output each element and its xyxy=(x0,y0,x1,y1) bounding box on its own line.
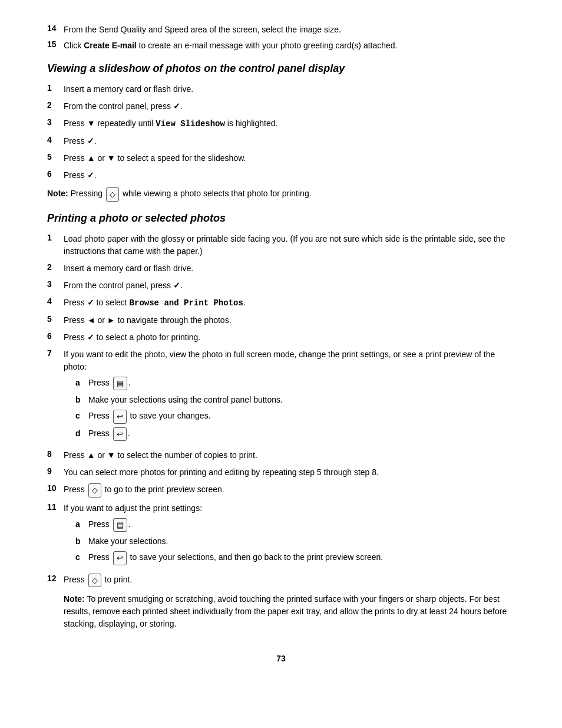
s2-item-11c: c Press ↩ to save your selections, and t… xyxy=(75,551,515,565)
item-number: 3 xyxy=(47,279,64,289)
item-number: 12 xyxy=(47,574,64,583)
s2-item-9: 9 You can select more photos for printin… xyxy=(47,466,515,479)
code-text: View Slideshow xyxy=(156,119,225,129)
item-number: 1 xyxy=(47,233,64,242)
s2-item-11b: b Make your selections. xyxy=(75,535,515,548)
s1-item-6: 6 Press ✓. xyxy=(47,169,515,182)
section2-note: Note: To prevent smudging or scratching,… xyxy=(64,593,515,630)
item-number: 2 xyxy=(47,100,64,110)
checkmark-icon: ✓ xyxy=(173,101,180,111)
menu-icon-button: ▤ xyxy=(113,518,127,532)
s2-item-3: 3 From the control panel, press ✓. xyxy=(47,279,515,292)
section2-title: Printing a photo or selected photos xyxy=(47,212,515,225)
sub-letter: d xyxy=(75,427,88,440)
item-text: Press ✓. xyxy=(64,169,515,182)
intro-item-15: 15 Click Create E-mail to create an e-ma… xyxy=(47,39,515,52)
code-text: Browse and Print Photos xyxy=(130,298,243,308)
back-icon-button: ↩ xyxy=(113,427,127,442)
item-text: Press ↩ to save your selections, and the… xyxy=(88,551,515,565)
print-icon-button: ◇ xyxy=(88,483,101,498)
item-number: 6 xyxy=(47,331,64,341)
item-number: 2 xyxy=(47,262,64,272)
item-number: 5 xyxy=(47,152,64,162)
item-text: Press ↩ to save your changes. xyxy=(88,410,515,424)
section2: Printing a photo or selected photos 1 Lo… xyxy=(47,212,515,631)
item-text: Press ▲ or ▼ to select the number of cop… xyxy=(64,449,515,462)
item-text: Click Create E-mail to create an e-mail … xyxy=(64,39,515,52)
sub-letter: c xyxy=(75,551,88,564)
item-number: 11 xyxy=(47,502,64,512)
page-content: 14 From the Send Quality and Speed area … xyxy=(47,24,515,663)
checkmark-icon: ✓ xyxy=(87,332,94,342)
s2-item-2: 2 Insert a memory card or flash drive. xyxy=(47,262,515,275)
checkmark-icon: ✓ xyxy=(87,136,94,146)
item-text: Make your selections. xyxy=(88,535,515,548)
item-number: 3 xyxy=(47,117,64,127)
note-label: Note: xyxy=(64,594,85,604)
item-text: Press ◇ to go to the print preview scree… xyxy=(64,483,515,498)
s2-item-7d: d Press ↩. xyxy=(75,427,515,442)
item-number: 1 xyxy=(47,83,64,93)
sub-letter: b xyxy=(75,394,88,406)
s2-item-4: 4 Press ✓ to select Browse and Print Pho… xyxy=(47,297,515,309)
s2-item-7a: a Press ▤. xyxy=(75,377,515,391)
item-number: 8 xyxy=(47,449,64,459)
s2-item-12: 12 Press ◇ to print. xyxy=(47,574,515,588)
s1-item-5: 5 Press ▲ or ▼ to select a speed for the… xyxy=(47,152,515,164)
s2-item-1: 1 Load photo paper with the glossy or pr… xyxy=(47,233,515,258)
page-footer: 73 xyxy=(47,654,515,663)
item-number: 10 xyxy=(47,483,64,493)
page-number: 73 xyxy=(276,654,286,663)
item-text: Press ▤. xyxy=(88,518,515,532)
s2-item-6: 6 Press ✓ to select a photo for printing… xyxy=(47,331,515,344)
item-number: 4 xyxy=(47,135,64,144)
item-text: Press ↩. xyxy=(88,427,515,442)
s1-item-2: 2 From the control panel, press ✓. xyxy=(47,100,515,113)
item-text: From the control panel, press ✓. xyxy=(64,279,515,292)
s2-item-8: 8 Press ▲ or ▼ to select the number of c… xyxy=(47,449,515,462)
s1-item-3: 3 Press ▼ repeatedly until View Slidesho… xyxy=(47,117,515,130)
item-number: 6 xyxy=(47,169,64,179)
s2-item-11: 11 If you want to adjust the print setti… xyxy=(47,502,515,569)
checkmark-icon: ✓ xyxy=(87,170,94,180)
item-text: Press ◄ or ► to navigate through the pho… xyxy=(64,314,515,327)
item-text: If you want to edit the photo, view the … xyxy=(64,348,515,445)
s1-item-4: 4 Press ✓. xyxy=(47,135,515,147)
item-text: From the Send Quality and Speed area of … xyxy=(64,24,515,36)
back-icon-button: ↩ xyxy=(113,551,127,565)
item-number: 5 xyxy=(47,314,64,324)
item-text: From the control panel, press ✓. xyxy=(64,100,515,113)
item-text: Insert a memory card or flash drive. xyxy=(64,262,515,275)
menu-icon-button: ▤ xyxy=(113,377,127,391)
section1-note: Note: Pressing ◇ while viewing a photo s… xyxy=(47,187,515,202)
sub-letter: b xyxy=(75,535,88,548)
item-text: You can select more photos for printing … xyxy=(64,466,515,479)
s2-item-5: 5 Press ◄ or ► to navigate through the p… xyxy=(47,314,515,327)
item-text: Press ▲ or ▼ to select a speed for the s… xyxy=(64,152,515,164)
s2-item-10: 10 Press ◇ to go to the print preview sc… xyxy=(47,483,515,498)
item-text: Press ◇ to print. xyxy=(64,574,515,588)
item-text: If you want to adjust the print settings… xyxy=(64,502,515,569)
s2-item-7c: c Press ↩ to save your changes. xyxy=(75,410,515,424)
s2-item-7b: b Make your selections using the control… xyxy=(75,394,515,406)
s2-item-11a: a Press ▤. xyxy=(75,518,515,532)
item-number: 14 xyxy=(47,24,64,33)
sub-letter: a xyxy=(75,377,88,389)
note-text: To prevent smudging or scratching, avoid… xyxy=(64,594,507,628)
item-text-suffix: to create an e-mail message with your ph… xyxy=(137,41,398,50)
item-number: 4 xyxy=(47,297,64,306)
item-text: Press ✓ to select a photo for printing. xyxy=(64,331,515,344)
s2-item-7: 7 If you want to edit the photo, view th… xyxy=(47,348,515,445)
checkmark-icon: ✓ xyxy=(87,298,94,307)
item-text: Press ▼ repeatedly until View Slideshow … xyxy=(64,117,515,130)
item-text: Load photo paper with the glossy or prin… xyxy=(64,233,515,258)
note-label: Note: xyxy=(47,189,68,198)
item-number: 9 xyxy=(47,466,64,476)
bold-text: Create E-mail xyxy=(84,41,136,50)
item-text: Press ✓ to select Browse and Print Photo… xyxy=(64,297,515,309)
back-icon-button: ↩ xyxy=(113,410,127,424)
s1-item-1: 1 Insert a memory card or flash drive. xyxy=(47,83,515,95)
item-text: Press ▤. xyxy=(88,377,515,391)
item-text: Insert a memory card or flash drive. xyxy=(64,83,515,95)
sub-letter: a xyxy=(75,518,88,531)
